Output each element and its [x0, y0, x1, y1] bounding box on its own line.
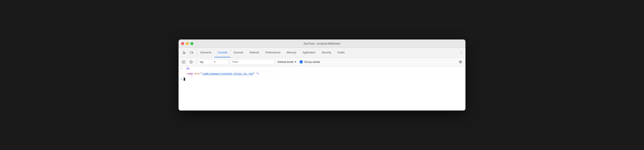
- levels-label: Default levels: [278, 60, 294, 64]
- more-options-button[interactable]: ⋮: [457, 48, 466, 57]
- device-toolbar-icon[interactable]: [188, 50, 194, 56]
- console-return-indicator: ←: [181, 72, 185, 76]
- console-return-value: <img src="/web/images/content-https-2x.j…: [185, 72, 259, 76]
- devtools-panel: Elements Console Sources Network Perform…: [178, 48, 466, 110]
- toolbar-icons: [180, 48, 196, 57]
- svg-rect-0: [190, 52, 192, 54]
- maximize-button[interactable]: [190, 42, 193, 45]
- clear-console-button[interactable]: [188, 59, 194, 65]
- minimize-button[interactable]: [186, 42, 189, 45]
- console-link[interactable]: /web/images/content-https-2x.jpg: [202, 72, 253, 76]
- window-title: DevTools - localhost:8080/web/: [304, 42, 340, 45]
- filter-input[interactable]: [230, 59, 274, 65]
- settings-button[interactable]: [458, 59, 463, 65]
- tab-security[interactable]: Security: [318, 48, 334, 57]
- cursor-icon[interactable]: [181, 50, 187, 56]
- console-input-line[interactable]: >: [178, 76, 466, 82]
- svg-point-5: [460, 61, 461, 62]
- log-levels-selector[interactable]: Default levels ▼: [276, 60, 298, 64]
- console-prompt: >: [181, 78, 182, 81]
- traffic-lights: [181, 42, 193, 45]
- console-line-1: > $0: [178, 66, 466, 72]
- tab-sources[interactable]: Sources: [230, 48, 246, 57]
- tab-memory[interactable]: Memory: [284, 48, 299, 57]
- console-input-indicator: >: [181, 67, 185, 70]
- levels-dropdown-icon: ▼: [294, 61, 296, 63]
- console-expression: $0: [185, 67, 190, 70]
- tab-application[interactable]: Application: [299, 48, 318, 57]
- toolbar-divider: [196, 60, 196, 64]
- group-similar-checkbox[interactable]: ✓: [300, 60, 302, 63]
- devtools-window: DevTools - localhost:8080/web/ Ele: [178, 40, 466, 110]
- tab-bar: Elements Console Sources Network Perform…: [178, 48, 466, 58]
- svg-line-4: [190, 61, 192, 63]
- console-output: > $0 ← <img src="/web/images/content-htt…: [178, 66, 466, 110]
- tab-audits[interactable]: Audits: [334, 48, 348, 57]
- execute-button[interactable]: [181, 59, 186, 65]
- tab-network[interactable]: Network: [246, 48, 262, 57]
- tab-elements[interactable]: Elements: [197, 48, 214, 57]
- context-value: top: [200, 60, 213, 64]
- group-similar-label: Group similar: [304, 60, 320, 64]
- console-cursor: [184, 78, 185, 81]
- tab-console[interactable]: Console: [214, 48, 230, 57]
- svg-rect-1: [192, 52, 193, 53]
- context-selector[interactable]: top ▼: [198, 59, 229, 65]
- tab-performance[interactable]: Performance: [262, 48, 284, 57]
- console-line-2: ← <img src="/web/images/content-https-2x…: [178, 72, 466, 76]
- console-toolbar: top ▼ Default levels ▼ ✓ Group similar: [178, 58, 466, 66]
- titlebar: DevTools - localhost:8080/web/: [178, 40, 466, 48]
- close-button[interactable]: [181, 42, 184, 45]
- toolbar-right: [458, 59, 463, 65]
- context-dropdown-icon: ▼: [214, 61, 227, 63]
